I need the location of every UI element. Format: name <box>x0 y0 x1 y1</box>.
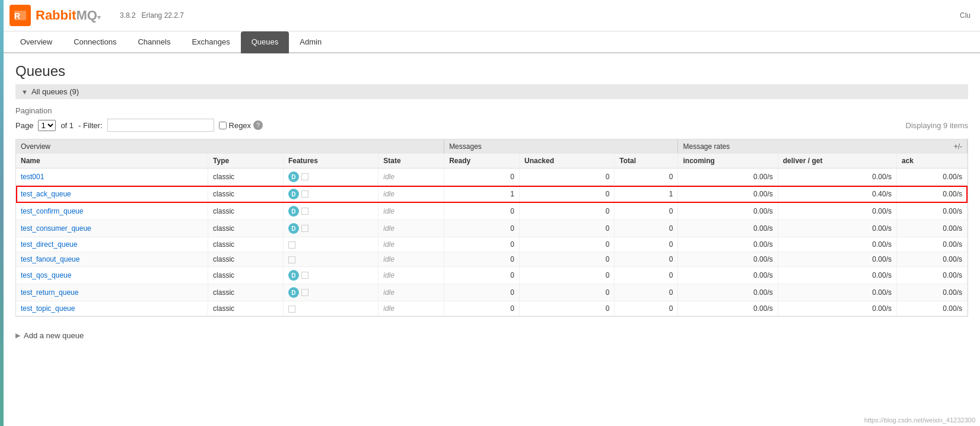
add-queue-label: Add a new queue <box>24 331 84 340</box>
queue-deliver-get: 0.40/s <box>778 186 896 203</box>
table-row[interactable]: test001classicDidle0000.00/s0.00/s0.00/s <box>16 169 968 186</box>
regex-help-icon[interactable]: ? <box>253 120 263 130</box>
table-row[interactable]: test_ack_queueclassicDidle1010.00/s0.40/… <box>16 186 968 203</box>
queue-state: idle <box>378 186 444 203</box>
queue-ready: 0 <box>444 252 520 267</box>
state-value: idle <box>383 224 394 233</box>
queue-unacked: 0 <box>519 301 614 316</box>
state-value: idle <box>383 271 394 279</box>
feature-checkbox <box>301 173 308 180</box>
queue-name[interactable]: test_ack_queue <box>16 186 208 203</box>
table-row[interactable]: test_direct_queueclassicidle0000.00/s0.0… <box>16 237 968 252</box>
queue-type: classic <box>208 301 284 316</box>
page-select[interactable]: 1 <box>38 120 56 131</box>
col-incoming[interactable]: incoming <box>678 154 778 169</box>
feature-checkbox <box>301 225 308 232</box>
queues-table: Overview Messages Message rates +/- Name… <box>16 139 968 316</box>
queue-ack: 0.00/s <box>897 186 968 203</box>
state-value: idle <box>383 255 394 263</box>
feature-checkbox-empty <box>288 256 295 263</box>
page-label: Page <box>15 121 33 130</box>
nav-item-admin[interactable]: Admin <box>289 31 332 53</box>
queue-name[interactable]: test_direct_queue <box>16 237 208 252</box>
all-queues-section-header[interactable]: ▼ All queues (9) <box>15 84 968 99</box>
queue-total: 0 <box>615 267 678 284</box>
table-row[interactable]: test_qos_queueclassicDidle0000.00/s0.00/… <box>16 267 968 284</box>
nav-item-exchanges[interactable]: Exchanges <box>181 31 240 53</box>
queue-name[interactable]: test_consumer_queue <box>16 220 208 237</box>
queue-deliver-get: 0.00/s <box>778 301 896 316</box>
col-name[interactable]: Name <box>16 154 208 169</box>
col-deliver-get[interactable]: deliver / get <box>778 154 896 169</box>
queue-name[interactable]: test001 <box>16 169 208 186</box>
durable-badge: D <box>288 287 299 298</box>
col-state[interactable]: State <box>378 154 444 169</box>
queue-ack: 0.00/s <box>897 220 968 237</box>
col-ack[interactable]: ack <box>897 154 968 169</box>
queue-total: 0 <box>615 252 678 267</box>
header: R RabbitMQ▾ 3.8.2 Erlang 22.2.7 Clu <box>0 0 980 31</box>
queue-total: 0 <box>615 203 678 220</box>
displaying-info: Displaying 9 items <box>906 121 969 130</box>
queue-ready: 0 <box>444 301 520 316</box>
table-row[interactable]: test_consumer_queueclassicDidle0000.00/s… <box>16 220 968 237</box>
add-queue-section[interactable]: ▶ Add a new queue <box>15 326 968 345</box>
pagination-section: Pagination Page 1 of 1 - Filter: Regex ?… <box>15 106 968 132</box>
col-features[interactable]: Features <box>283 154 378 169</box>
col-unacked[interactable]: Unacked <box>519 154 614 169</box>
queue-ready: 0 <box>444 220 520 237</box>
regex-checkbox[interactable] <box>219 122 227 129</box>
queue-name[interactable]: test_qos_queue <box>16 267 208 284</box>
queue-features: D <box>283 186 378 203</box>
queue-ack: 0.00/s <box>897 169 968 186</box>
queue-type: classic <box>208 267 284 284</box>
queue-name[interactable]: test_return_queue <box>16 284 208 301</box>
queue-features <box>283 301 378 316</box>
durable-badge: D <box>288 189 299 199</box>
main-nav: OverviewConnectionsChannelsExchangesQueu… <box>0 31 980 53</box>
queue-incoming: 0.00/s <box>678 186 778 203</box>
pagination-label: Pagination <box>15 106 968 115</box>
col-total[interactable]: Total <box>615 154 678 169</box>
nav-item-channels[interactable]: Channels <box>127 31 181 53</box>
group-header-messages: Messages <box>444 139 678 154</box>
queue-features: D <box>283 169 378 186</box>
queue-deliver-get: 0.00/s <box>778 252 896 267</box>
main-content: Queues ▼ All queues (9) Pagination Page … <box>4 53 980 354</box>
queue-ready: 0 <box>444 169 520 186</box>
table-row[interactable]: test_return_queueclassicDidle0000.00/s0.… <box>16 284 968 301</box>
table-row[interactable]: test_confirm_queueclassicDidle0000.00/s0… <box>16 203 968 220</box>
state-value: idle <box>383 288 394 297</box>
plus-minus-icon[interactable]: +/- <box>954 142 962 151</box>
queue-features: D <box>283 284 378 301</box>
queue-incoming: 0.00/s <box>678 220 778 237</box>
queue-ack: 0.00/s <box>897 267 968 284</box>
queue-incoming: 0.00/s <box>678 203 778 220</box>
rabbit-icon: R <box>13 8 27 23</box>
nav-item-overview[interactable]: Overview <box>9 31 63 53</box>
queue-features: D <box>283 203 378 220</box>
col-type[interactable]: Type <box>208 154 284 169</box>
svg-text:R: R <box>14 11 20 21</box>
queue-type: classic <box>208 203 284 220</box>
queue-total: 0 <box>615 220 678 237</box>
queue-name[interactable]: test_confirm_queue <box>16 203 208 220</box>
queue-type: classic <box>208 252 284 267</box>
queue-features: D <box>283 220 378 237</box>
queue-state: idle <box>378 267 444 284</box>
queue-state: idle <box>378 301 444 316</box>
queue-name[interactable]: test_fanout_queue <box>16 252 208 267</box>
table-row[interactable]: test_topic_queueclassicidle0000.00/s0.00… <box>16 301 968 316</box>
queue-unacked: 0 <box>519 252 614 267</box>
filter-input[interactable] <box>107 119 214 132</box>
queue-ack: 0.00/s <box>897 301 968 316</box>
nav-item-connections[interactable]: Connections <box>63 31 127 53</box>
queue-unacked: 0 <box>519 203 614 220</box>
nav-item-queues[interactable]: Queues <box>241 31 289 53</box>
queue-name[interactable]: test_topic_queue <box>16 301 208 316</box>
queue-deliver-get: 0.00/s <box>778 267 896 284</box>
table-row[interactable]: test_fanout_queueclassicidle0000.00/s0.0… <box>16 252 968 267</box>
col-ready[interactable]: Ready <box>444 154 520 169</box>
queue-deliver-get: 0.00/s <box>778 220 896 237</box>
queue-ready: 0 <box>444 203 520 220</box>
